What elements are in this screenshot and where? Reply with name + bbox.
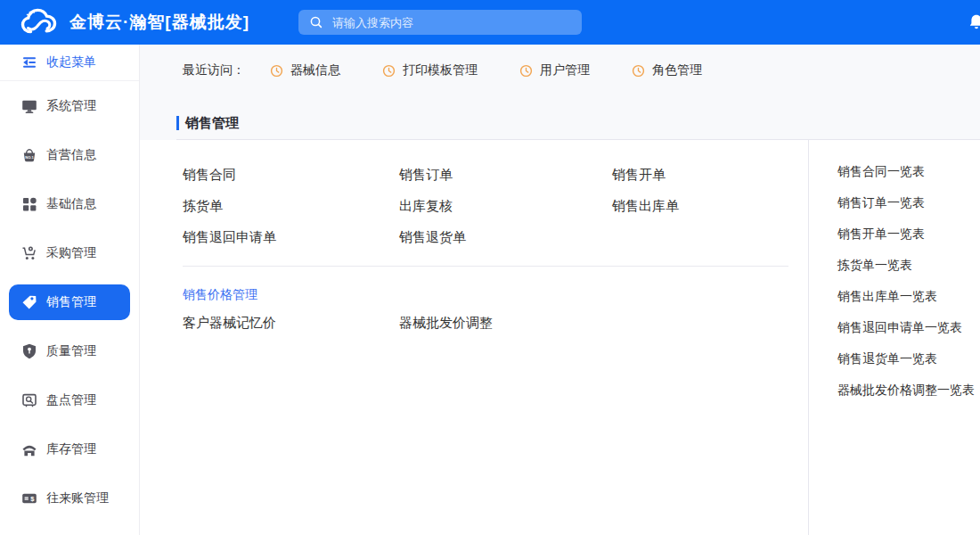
- app-title: 金博云·瀚智[器械批发]: [69, 11, 249, 34]
- search-icon: [309, 15, 323, 29]
- recent-visit-label: 用户管理: [540, 62, 590, 78]
- section-accent-bar: [176, 116, 179, 130]
- topbar: 金博云·瀚智[器械批发]: [0, 0, 980, 45]
- recent-visit-label: 角色管理: [652, 62, 702, 78]
- monitor-icon: [21, 98, 37, 114]
- sidebar-item[interactable]: $往来账管理: [0, 481, 139, 525]
- recent-visit-link[interactable]: 器械信息: [270, 62, 340, 78]
- recent-visits-label: 最近访问：: [183, 62, 245, 78]
- sidebar-item-label: 基础信息: [46, 196, 96, 212]
- price-tag-icon: [21, 294, 37, 310]
- recent-visits-row: 最近访问： 器械信息打印模板管理用户管理角色管理: [140, 45, 980, 96]
- menu-link[interactable]: 销售退回申请单: [183, 221, 399, 252]
- sidebar-item-label: 往来账管理: [46, 490, 109, 506]
- list-view-link[interactable]: 销售退回申请单一览表: [837, 312, 980, 343]
- warehouse-icon: [21, 441, 37, 457]
- menu-link[interactable]: 销售退货单: [399, 221, 612, 252]
- sidebar-item-label: 首营信息: [46, 147, 96, 163]
- recent-visit-link[interactable]: 打印模板管理: [382, 62, 478, 78]
- recent-visits-list: 器械信息打印模板管理用户管理角色管理: [270, 62, 702, 78]
- subsection-title: 销售价格管理: [183, 286, 808, 302]
- list-view-link[interactable]: 销售合同一览表: [837, 156, 980, 187]
- sidebar-item-label: 系统管理: [46, 98, 96, 114]
- app-logo-icon: [20, 7, 62, 37]
- basket-no1-icon: NO.1: [21, 147, 37, 163]
- recent-visit-label: 器械信息: [290, 62, 340, 78]
- sidebar: 收起菜单 系统管理NO.1首营信息基础信息采购管理销售管理质量管理盘点管理库存管…: [0, 45, 140, 535]
- section-title: 销售管理: [185, 115, 239, 131]
- list-view-link[interactable]: 拣货单一览表: [837, 250, 980, 281]
- menu-link[interactable]: 销售合同: [183, 159, 399, 190]
- collapse-menu-label: 收起菜单: [46, 54, 96, 70]
- search-box[interactable]: [298, 10, 582, 35]
- menu-link[interactable]: 销售出库单: [612, 190, 808, 221]
- sidebar-item[interactable]: 报表中心: [0, 530, 139, 535]
- recent-visit-link[interactable]: 角色管理: [632, 62, 702, 78]
- sidebar-menu: 系统管理NO.1首营信息基础信息采购管理销售管理质量管理盘点管理库存管理$往来账…: [0, 81, 139, 535]
- recent-visit-label: 打印模板管理: [403, 62, 478, 78]
- menu-links-panel: 销售合同销售订单销售开单拣货单出库复核销售出库单销售退回申请单销售退货单 销售价…: [140, 140, 808, 535]
- sidebar-item[interactable]: 采购管理: [0, 235, 139, 280]
- cart-gear-icon: [21, 245, 37, 261]
- menu-link[interactable]: 拣货单: [183, 190, 399, 221]
- collapse-menu-icon: [21, 54, 37, 70]
- sidebar-item-label: 质量管理: [46, 343, 96, 359]
- magnifier-box-icon: [21, 392, 37, 408]
- menu-link[interactable]: 出库复核: [399, 190, 612, 221]
- list-view-link[interactable]: 器械批发价格调整一览表: [837, 374, 980, 406]
- menu-link[interactable]: 器械批发价调整: [399, 307, 612, 338]
- menu-link[interactable]: 销售开单: [612, 159, 808, 190]
- list-view-link[interactable]: 销售开单一览表: [837, 218, 980, 250]
- notification-bell-icon[interactable]: [968, 13, 980, 31]
- sidebar-item-label: 采购管理: [46, 245, 96, 261]
- menu-links-grid: 销售合同销售订单销售开单拣货单出库复核销售出库单销售退回申请单销售退货单: [183, 159, 808, 252]
- list-view-link[interactable]: 销售出库单一览表: [837, 281, 980, 312]
- sidebar-item[interactable]: 系统管理: [0, 88, 139, 133]
- sidebar-item[interactable]: 质量管理: [0, 333, 139, 378]
- list-view-link[interactable]: 销售退货单一览表: [837, 343, 980, 374]
- shield-icon: [21, 343, 37, 359]
- sidebar-item[interactable]: NO.1首营信息: [0, 137, 139, 182]
- section-header: 销售管理: [140, 96, 980, 139]
- clock-icon: [270, 64, 283, 78]
- sidebar-item[interactable]: 库存管理: [0, 432, 139, 476]
- search-input[interactable]: [331, 15, 557, 30]
- links-divider: [183, 266, 788, 267]
- card-dollar-icon: $: [21, 490, 37, 506]
- sidebar-item-label: 盘点管理: [46, 392, 96, 408]
- recent-visit-link[interactable]: 用户管理: [519, 62, 590, 78]
- list-view-link[interactable]: 销售订单一览表: [837, 187, 980, 218]
- svg-text:NO.1: NO.1: [25, 155, 34, 160]
- list-views-panel: 销售合同一览表销售订单一览表销售开单一览表拣货单一览表销售出库单一览表销售退回申…: [809, 140, 980, 535]
- main-area: 最近访问： 器械信息打印模板管理用户管理角色管理 销售管理 销售合同销售订单销售…: [140, 45, 980, 535]
- clock-icon: [382, 64, 396, 78]
- menu-link[interactable]: 客户器械记忆价: [183, 307, 399, 338]
- sidebar-item-label: 库存管理: [46, 441, 96, 457]
- sidebar-item-label: 销售管理: [46, 294, 96, 310]
- sidebar-item[interactable]: 销售管理: [0, 284, 139, 329]
- clock-icon: [519, 64, 533, 78]
- grid-icon: [21, 196, 37, 212]
- collapse-menu-button[interactable]: 收起菜单: [0, 45, 139, 80]
- subsection-links-grid: 客户器械记忆价器械批发价调整: [183, 307, 808, 338]
- menu-link[interactable]: 销售订单: [399, 159, 612, 190]
- sidebar-item[interactable]: 盘点管理: [0, 383, 139, 427]
- content-row: 销售合同销售订单销售开单拣货单出库复核销售出库单销售退回申请单销售退货单 销售价…: [140, 140, 980, 535]
- sidebar-item[interactable]: 基础信息: [0, 186, 139, 231]
- clock-icon: [632, 64, 645, 78]
